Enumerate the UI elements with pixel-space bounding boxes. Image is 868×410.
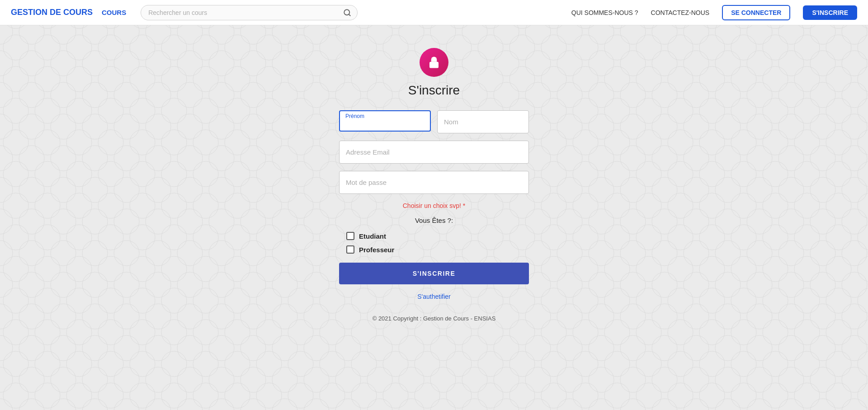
nav-link-qui-sommes-nous[interactable]: QUI SOMMES-NOUS ? xyxy=(571,9,638,16)
vous-etes-label: Vous Êtes ?: xyxy=(415,217,453,224)
prenom-group: Prénom xyxy=(339,110,431,133)
vous-etes-section: Vous Êtes ?: xyxy=(339,217,529,225)
main-content: S'inscrire Prénom Choisir un choix svp! … xyxy=(0,25,868,340)
lock-icon xyxy=(427,56,441,69)
navbar-brand[interactable]: GESTION DE COURS xyxy=(11,8,93,17)
auth-link-container: S'authetifier xyxy=(339,292,529,301)
footer-text: © 2021 Copyright : Gestion de Cours - EN… xyxy=(373,315,496,322)
sinscrire-nav-button[interactable]: S'INSCRIRE xyxy=(803,5,857,20)
nav-link-contactez-nous[interactable]: CONTACTEZ-NOUS xyxy=(651,9,710,16)
role-checkbox-group: Etudiant Professeur xyxy=(339,232,529,254)
etudiant-checkbox[interactable] xyxy=(346,232,354,240)
professeur-label[interactable]: Professeur xyxy=(359,246,394,254)
checkbox-etudiant-item: Etudiant xyxy=(346,232,386,240)
password-input[interactable] xyxy=(339,171,529,194)
search-button[interactable] xyxy=(343,9,351,17)
checkbox-professeur-item: Professeur xyxy=(346,245,394,254)
search-icon xyxy=(343,9,351,17)
professeur-checkbox[interactable] xyxy=(346,245,354,254)
search-bar xyxy=(141,5,358,20)
register-form: Prénom Choisir un choix svp! * Vous Êtes… xyxy=(339,110,529,301)
svg-line-8 xyxy=(349,14,350,15)
navbar-cours-link[interactable]: COURS xyxy=(102,9,126,16)
email-input[interactable] xyxy=(339,141,529,164)
se-connecter-button[interactable]: SE CONNECTER xyxy=(722,5,790,20)
name-row: Prénom xyxy=(339,110,529,133)
nom-input[interactable] xyxy=(437,110,529,133)
lock-icon-circle xyxy=(420,48,448,77)
email-group xyxy=(339,141,529,164)
password-group xyxy=(339,171,529,194)
etudiant-label[interactable]: Etudiant xyxy=(359,232,386,240)
footer: © 2021 Copyright : Gestion de Cours - EN… xyxy=(373,315,496,322)
svg-point-9 xyxy=(433,64,435,66)
prenom-input[interactable] xyxy=(339,110,431,132)
nom-group xyxy=(437,110,529,133)
submit-button[interactable]: S'INSCRIRE xyxy=(339,263,529,284)
page-title: S'inscrire xyxy=(408,83,460,98)
navbar: GESTION DE COURS COURS QUI SOMMES-NOUS ?… xyxy=(0,0,868,25)
navbar-right: QUI SOMMES-NOUS ? CONTACTEZ-NOUS SE CONN… xyxy=(571,5,857,20)
error-message: Choisir un choix svp! * xyxy=(339,202,529,209)
search-input[interactable] xyxy=(141,5,358,20)
authetifier-link[interactable]: S'authetifier xyxy=(417,293,451,300)
